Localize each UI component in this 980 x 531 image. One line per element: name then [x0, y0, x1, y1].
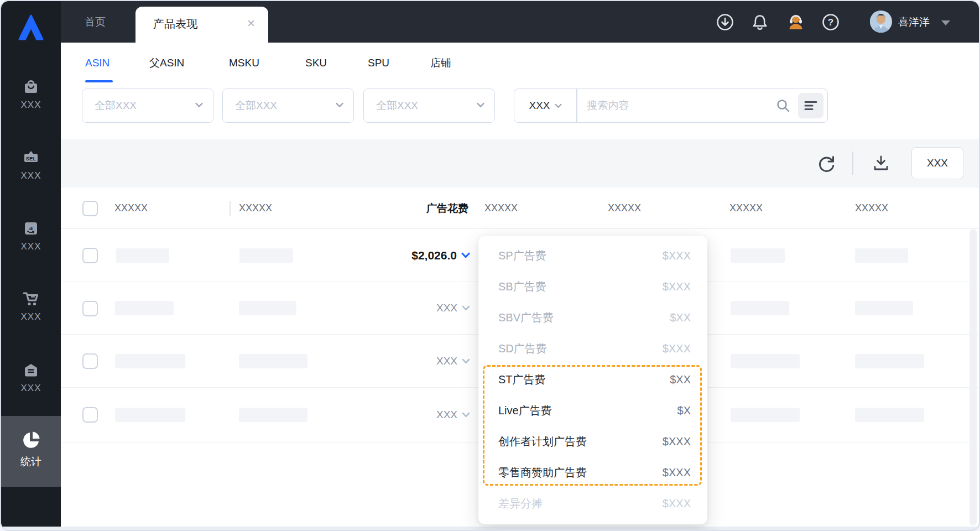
column-header-ad-spend[interactable]: 广告花费	[371, 188, 468, 229]
filter-select-2[interactable]: 全部XXX	[222, 88, 354, 123]
svg-text:SEL: SEL	[26, 155, 37, 162]
breakdown-value: $XXX	[663, 342, 691, 355]
sidebar-item-1[interactable]: SEL XXX	[1, 148, 61, 181]
filter-select-1[interactable]: 全部XXX	[82, 88, 213, 123]
filter-select-value: 全部XXX	[376, 89, 418, 122]
search-input[interactable]	[577, 100, 776, 112]
help-icon[interactable]: ?	[821, 13, 840, 32]
column-header[interactable]: XXXXX	[484, 188, 518, 229]
breakdown-label: SP广告费	[498, 248, 546, 263]
breakdown-item-sd[interactable]: SD广告费 $XXX	[478, 333, 707, 364]
cell-placeholder	[731, 408, 800, 422]
export-download-icon[interactable]	[872, 154, 890, 173]
chevron-down-icon	[195, 102, 203, 108]
cell-placeholder	[855, 408, 924, 422]
column-header[interactable]: XXXXX	[114, 188, 148, 229]
cell-placeholder	[239, 248, 293, 263]
breakdown-value: $XXX	[663, 497, 691, 510]
cell-placeholder	[239, 354, 307, 368]
chevron-down-icon[interactable]	[462, 305, 470, 311]
breakdown-item-retail[interactable]: 零售商赞助广告费 $XXX	[478, 457, 707, 488]
svg-text:a: a	[29, 223, 33, 232]
sidebar-item-statistics-active[interactable]: 统计	[1, 416, 61, 487]
tab-parent-asin[interactable]: 父ASIN	[149, 43, 184, 83]
app-logo-icon[interactable]	[17, 13, 45, 42]
breakdown-item-sbv[interactable]: SBV广告费 $XX	[478, 302, 707, 333]
column-header[interactable]: XXXXX	[729, 188, 763, 229]
chevron-down-icon	[555, 103, 562, 108]
tab-store[interactable]: 店铺	[430, 43, 451, 83]
chevron-down-icon[interactable]	[461, 252, 470, 258]
column-resize-divider[interactable]	[230, 201, 231, 216]
topbar: 首页 产品表现 × ?	[61, 1, 980, 43]
ad-spend-value: XXX	[436, 355, 457, 367]
user-name[interactable]: 喜洋洋	[898, 1, 930, 43]
select-all-checkbox[interactable]	[82, 201, 98, 216]
tab-sku[interactable]: SKU	[305, 43, 327, 83]
download-circle-icon[interactable]	[716, 13, 734, 32]
breakdown-value: $XXX	[663, 280, 691, 293]
search-type-select[interactable]: XXX	[514, 100, 576, 112]
column-header[interactable]: XXXXX	[855, 188, 888, 229]
ad-spend-cell[interactable]: XXX	[436, 388, 470, 442]
breakdown-label: SB广告费	[498, 279, 546, 294]
row-checkbox[interactable]	[82, 353, 98, 369]
home-tab[interactable]: 首页	[85, 1, 106, 43]
filter-lines-button[interactable]	[798, 93, 823, 118]
close-icon[interactable]: ×	[247, 7, 255, 43]
breakdown-label: 零售商赞助广告费	[498, 465, 587, 480]
user-menu-caret-icon[interactable]	[941, 20, 950, 25]
column-header[interactable]: XXXXX	[608, 188, 641, 229]
column-header[interactable]: XXXXX	[239, 188, 272, 229]
cell-placeholder	[239, 301, 296, 315]
notifications-bell-icon[interactable]	[750, 13, 769, 32]
app-window: XXX SEL XXX a XXX X	[0, 0, 980, 531]
tab-msku[interactable]: MSKU	[229, 43, 259, 83]
breakdown-item-live[interactable]: Live广告费 $X	[478, 395, 707, 426]
ad-spend-cell[interactable]: XXX	[436, 282, 470, 334]
sidebar-item-0[interactable]: XXX	[1, 77, 61, 111]
seller-badge-icon: SEL	[22, 148, 40, 167]
active-tab-underline	[85, 80, 113, 82]
sidebar-item-label: XXX	[1, 241, 61, 252]
chevron-down-icon	[477, 102, 484, 108]
ad-spend-cell[interactable]: XXX	[436, 335, 470, 387]
ad-spend-value: XXX	[436, 409, 457, 421]
entity-tabs: ASIN 父ASIN MSKU SKU SPU 店铺	[61, 43, 980, 83]
row-checkbox[interactable]	[82, 248, 98, 263]
sidebar-item-label: 统计	[1, 455, 61, 469]
row-checkbox[interactable]	[82, 301, 98, 316]
breakdown-item-st[interactable]: ST广告费 $XX	[478, 364, 707, 395]
sidebar-item-2[interactable]: a XXX	[1, 219, 61, 252]
filter-select-value: 全部XXX	[235, 89, 277, 122]
tab-spu[interactable]: SPU	[368, 43, 389, 83]
table-header-row: XXXXX XXXXX 广告花费 XXXXX XXXXX XXXXX XXXXX	[61, 188, 980, 229]
tab-asin[interactable]: ASIN	[85, 43, 110, 83]
breakdown-item-sb[interactable]: SB广告费 $XXX	[478, 271, 707, 302]
sidebar-item-4[interactable]: XXX	[1, 361, 61, 394]
breakdown-label: 创作者计划广告费	[498, 434, 587, 449]
filter-select-3[interactable]: 全部XXX	[363, 88, 495, 123]
search-icon[interactable]	[776, 98, 790, 113]
breakdown-value: $X	[677, 404, 691, 417]
chevron-down-icon[interactable]	[462, 358, 470, 364]
cell-placeholder	[731, 248, 785, 263]
ad-spend-value: $2,026.0	[411, 249, 457, 262]
breakdown-value: $XX	[670, 311, 691, 324]
ad-spend-cell[interactable]: $2,026.0	[411, 229, 470, 282]
active-page-tab[interactable]: 产品表现 ×	[135, 7, 268, 43]
breakdown-item-sp[interactable]: SP广告费 $XXX	[478, 240, 707, 271]
custom-action-button[interactable]: XXX	[911, 147, 963, 179]
breakdown-item-diff[interactable]: 差异分摊 $XXX	[478, 488, 707, 519]
breakdown-item-creator[interactable]: 创作者计划广告费 $XXX	[478, 426, 707, 457]
refresh-icon[interactable]	[817, 154, 836, 173]
ad-spend-value: XXX	[436, 302, 457, 314]
customer-service-icon[interactable]	[786, 13, 805, 32]
search-type-value: XXX	[529, 100, 550, 112]
vertical-scrollbar[interactable]	[969, 229, 977, 525]
sidebar-item-3[interactable]: XXX	[1, 289, 61, 322]
chevron-down-icon[interactable]	[462, 412, 470, 418]
row-checkbox[interactable]	[82, 407, 98, 423]
filter-bar: 全部XXX 全部XXX 全部XXX XXX	[61, 83, 980, 139]
avatar[interactable]	[870, 11, 892, 33]
